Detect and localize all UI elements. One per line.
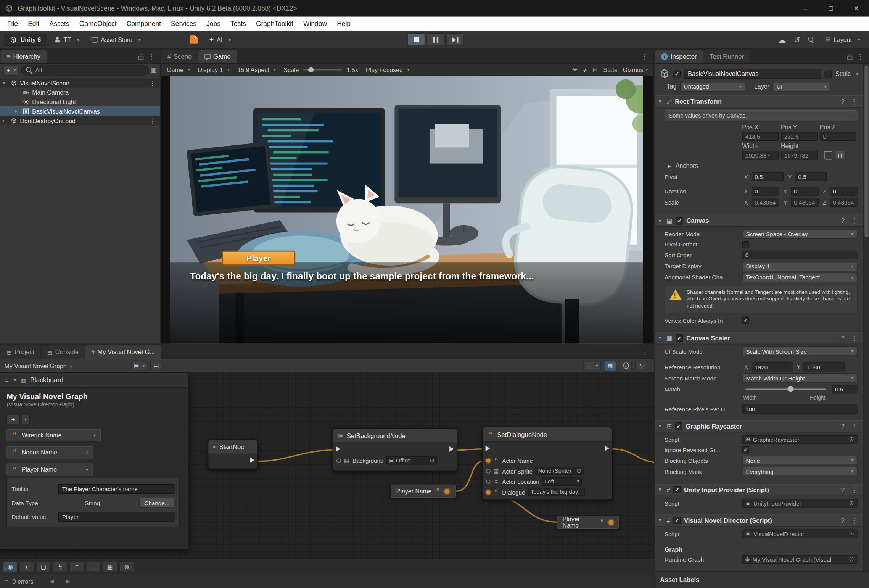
tab-hierarchy[interactable]: ≡ Hierarchy [0, 50, 46, 63]
nav-forward-button[interactable]: ▶ [62, 576, 74, 586]
menu-services[interactable]: Services [166, 20, 201, 27]
scale-x-field[interactable]: 0.43064 [752, 198, 779, 207]
orange-asset-button[interactable] [186, 34, 201, 46]
graphic-raycaster-header[interactable]: ▼⊞ ✓ Graphic Raycaster ?⋮ [655, 420, 863, 432]
tab-console[interactable]: ▤ Console [41, 345, 85, 359]
unity-input-provider-header[interactable]: ▼# ✓ Unity Input Provider (Script) ?⋮ [655, 484, 863, 496]
view-target-dropdown[interactable]: Game▾ [163, 64, 194, 74]
background-port[interactable] [336, 458, 341, 463]
ui-scale-mode-dropdown[interactable]: Scale With Screen Size▾ [742, 346, 857, 356]
screen-match-mode-dropdown[interactable]: Match Width Or Height▾ [742, 373, 857, 383]
node-start[interactable]: ▸StartNoc [208, 439, 258, 469]
script-object-field[interactable]: ▣ VisualNovelDirector ⊙ [742, 529, 857, 538]
canvas-scaler-header[interactable]: ▼▣ ✓ Canvas Scaler ?⋮ [655, 332, 863, 344]
menu-edit[interactable]: Edit [23, 20, 44, 27]
hierarchy-item-main-camera[interactable]: Main Camera [0, 88, 160, 97]
display-dropdown[interactable]: Display 1▾ [194, 64, 233, 74]
dialogue-text-field[interactable]: Today's the big day. [528, 488, 586, 496]
inspector-menu-icon[interactable]: ⋮ [855, 53, 866, 60]
blueprint-mode-icon[interactable] [824, 151, 832, 159]
mute-audio-icon[interactable]: ♪ [583, 66, 587, 73]
open-folder-button[interactable]: ▤ [150, 361, 163, 371]
static-checkbox[interactable] [825, 70, 832, 77]
cloud-icon[interactable]: ☁ [778, 35, 786, 44]
variable-pill-nodus[interactable]: “ Nodus Name ‹ [6, 446, 93, 459]
inspector-scrollbar[interactable] [863, 64, 869, 571]
breadcrumb[interactable]: My Visual Novel Graph [5, 362, 67, 369]
rotation-x-field[interactable]: 0 [752, 187, 779, 196]
menu-component[interactable]: Component [122, 20, 166, 27]
help-icon[interactable]: ? [841, 217, 845, 224]
variable-node-player-name-1[interactable]: Player Name “ [391, 485, 456, 498]
flow-out-port[interactable] [605, 446, 609, 451]
actor-location-dropdown[interactable]: Left ▾ [542, 477, 582, 486]
stats-button[interactable]: Stats [603, 66, 617, 73]
variable-node-player-name-2[interactable]: Player Name “ [557, 516, 619, 529]
blocking-mask-dropdown[interactable]: Everything▾ [742, 467, 857, 477]
node-set-dialogue[interactable]: “SetDialogueNode “ Actor Name ▦ Actor Sp… [482, 427, 612, 500]
dialogue-port[interactable] [486, 490, 491, 495]
pixel-perfect-checkbox[interactable] [742, 241, 749, 248]
component-menu-icon[interactable]: ⋮ [848, 422, 859, 430]
layout-dropdown[interactable]: ⊞ Layout▼ [822, 34, 864, 46]
active-checkbox[interactable]: ✓ [673, 70, 681, 77]
raw-edit-button[interactable]: R [835, 150, 846, 160]
history-icon[interactable]: ↺ [794, 35, 800, 44]
flare-toggle-icon[interactable]: ☀ [572, 66, 578, 73]
rect-transform-header[interactable]: ▼⤢ Rect Transform ?⋮ [655, 95, 863, 108]
actor-sprite-port[interactable] [486, 469, 491, 473]
help-icon[interactable]: ? [841, 423, 845, 429]
search-icon[interactable] [808, 37, 814, 43]
menu-file[interactable]: File [2, 20, 23, 27]
component-enabled-checkbox[interactable]: ✓ [673, 487, 681, 494]
scrollbar-thumb[interactable] [864, 65, 868, 237]
component-enabled-checkbox[interactable]: ✓ [673, 517, 681, 524]
hierarchy-menu-icon[interactable]: ⋮ [146, 53, 157, 60]
pivot-x-field[interactable]: 0.5 [752, 172, 784, 181]
component-menu-icon[interactable]: ⋮ [848, 517, 859, 524]
hierarchy-item-directional-light[interactable]: Directional Light [0, 97, 160, 106]
picker-icon[interactable]: ▣ [151, 66, 157, 74]
asset-labels-bar[interactable]: Asset Labels [655, 571, 869, 588]
step-button[interactable] [446, 33, 464, 46]
theme-toggle-button[interactable]: ◐ [19, 561, 34, 572]
variable-output-port[interactable] [444, 489, 449, 494]
layer-dropdown[interactable]: UI▾ [773, 82, 830, 91]
ref-resolution-x-field[interactable]: 1920 [752, 362, 793, 371]
flow-in-port[interactable] [486, 446, 490, 451]
actor-location-port[interactable] [486, 479, 491, 484]
target-display-dropdown[interactable]: Display 1▾ [742, 261, 857, 271]
component-menu-icon[interactable]: ⋮ [848, 334, 859, 342]
scene-menu-icon[interactable]: ⋮ [147, 117, 158, 124]
runtime-graph-field[interactable]: ◈ My Visual Novel Graph (Visual ⊙ [742, 555, 857, 564]
component-enabled-checkbox[interactable]: ✓ [676, 217, 683, 224]
scene-row-dontdestroyonload[interactable]: ▸ DontDestroyOnLoad ⋮ [0, 116, 160, 126]
aspect-dropdown[interactable]: 16:9 Aspect▾ [233, 64, 280, 74]
width-field[interactable]: 1920.387 [742, 151, 779, 159]
ai-dropdown[interactable]: ✦ AI▼ [206, 34, 235, 46]
scale-slider-knob[interactable] [308, 67, 314, 72]
component-enabled-checkbox[interactable]: ✓ [676, 334, 683, 342]
change-type-button[interactable]: Change... [139, 498, 174, 507]
default-value-input[interactable]: Player [58, 511, 175, 521]
ignore-reversed-checkbox[interactable]: ✓ [742, 446, 749, 454]
component-menu-icon[interactable]: ⋮ [848, 486, 859, 494]
scale-y-field[interactable]: 0.43064 [790, 198, 818, 207]
flow-in-port[interactable] [336, 446, 340, 452]
object-picker-icon[interactable]: ⊙ [849, 556, 854, 563]
menu-jobs[interactable]: Jobs [201, 20, 225, 27]
vsync-grid-icon[interactable]: ⊞ [592, 66, 598, 73]
visual-novel-director-header[interactable]: ▼# ✓ Visual Novel Director (Script) ?⋮ [655, 514, 863, 527]
object-picker-icon[interactable]: ⊙ [576, 467, 581, 475]
help-icon[interactable]: ? [841, 98, 845, 105]
error-count[interactable]: 0 errors [13, 578, 34, 585]
help-icon[interactable]: ? [841, 335, 845, 341]
hierarchy-item-basicvisualnovelcanvas[interactable]: ▸ BasicVisualNovelCanvas [0, 106, 160, 116]
add-object-button[interactable]: +▾ [3, 65, 19, 75]
component-menu-icon[interactable]: ⋮ [848, 98, 859, 105]
object-picker-icon[interactable]: ⊙ [849, 530, 854, 537]
graph-canvas[interactable]: ▸StartNoc ▣SetBackgroundNode ▦ Backgroun… [0, 372, 654, 559]
account-dropdown[interactable]: TT▼ [50, 34, 84, 46]
scale-slider[interactable] [303, 69, 342, 70]
script-object-field[interactable]: ▣ UnityInputProvider ⊙ [742, 499, 857, 507]
